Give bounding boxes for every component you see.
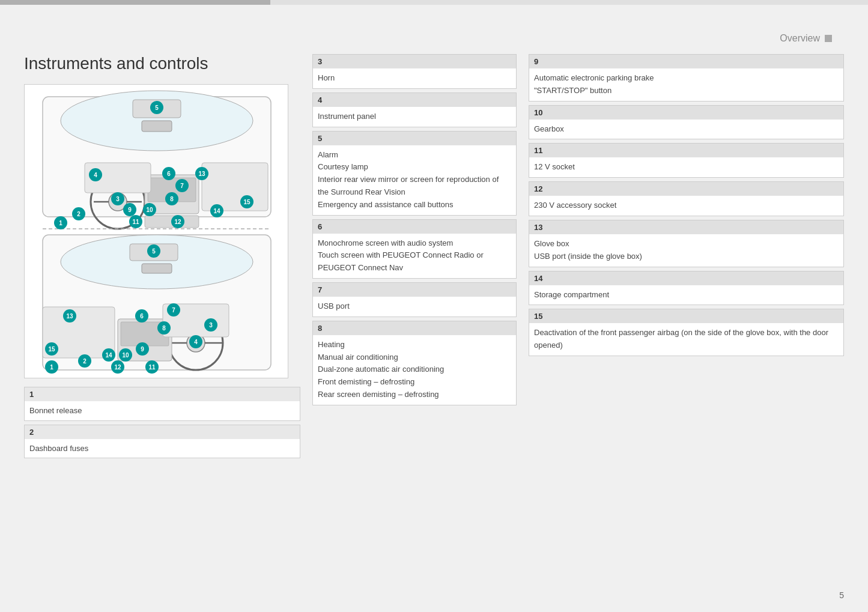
left-column: Instruments and controls [24, 54, 300, 588]
diagram-area: 5 4 6 7 8 3 [24, 84, 288, 378]
svg-text:13: 13 [198, 171, 205, 177]
svg-text:15: 15 [243, 199, 250, 205]
entry-7-desc: USB port [313, 297, 516, 317]
overview-square-icon [825, 35, 832, 42]
svg-text:10: 10 [122, 352, 129, 359]
svg-text:11: 11 [132, 219, 139, 225]
top-accent [0, 0, 270, 5]
entry-11: 11 12 V socket [529, 143, 844, 178]
item-row-1: 1 Bonnet release [24, 387, 300, 421]
main-content: Instruments and controls [24, 54, 844, 588]
entry-6: 6 Monochrome screen with audio system To… [312, 219, 517, 279]
svg-text:6: 6 [167, 171, 171, 177]
middle-column: 3 Horn 4 Instrument panel 5 Alarm Courte… [312, 54, 517, 588]
svg-rect-10 [202, 163, 268, 211]
entry-13-desc: Glove box USB port (inside the glove box… [529, 234, 843, 267]
svg-point-46 [61, 235, 253, 289]
entry-11-num: 11 [529, 144, 843, 157]
entry-14-desc: Storage compartment [529, 285, 843, 305]
svg-text:14: 14 [213, 208, 220, 214]
svg-text:7: 7 [172, 307, 175, 314]
svg-text:5: 5 [155, 105, 159, 111]
entry-15-num: 15 [529, 309, 843, 323]
entry-9-num: 9 [529, 55, 843, 68]
entry-8: 8 Heating Manual air conditioning Dual-z… [312, 321, 517, 405]
top-diagram-svg: 5 4 6 7 8 3 [25, 85, 289, 232]
svg-text:4: 4 [194, 339, 198, 345]
svg-text:5: 5 [152, 248, 156, 255]
svg-text:3: 3 [209, 322, 213, 329]
entry-15: 15 Deactivation of the front passenger a… [529, 309, 844, 356]
svg-text:2: 2 [77, 211, 80, 217]
entry-3-num: 3 [313, 55, 516, 68]
entry-8-desc: Heating Manual air conditioning Dual-zon… [313, 335, 516, 405]
svg-text:10: 10 [146, 207, 153, 213]
svg-text:4: 4 [94, 172, 97, 178]
svg-rect-12 [142, 121, 172, 132]
svg-text:9: 9 [141, 346, 144, 353]
entry-3: 3 Horn [312, 54, 517, 89]
svg-text:9: 9 [128, 207, 132, 213]
entry-7: 7 USB port [312, 282, 517, 317]
entry-14-num: 14 [529, 271, 843, 285]
entry-12-num: 12 [529, 182, 843, 196]
entry-7-num: 7 [313, 283, 516, 297]
entry-13: 13 Glove box USB port (inside the glove … [529, 220, 844, 267]
entry-6-desc: Monochrome screen with audio system Touc… [313, 234, 516, 278]
page-number: 5 [839, 590, 844, 600]
overview-header: Overview [780, 33, 832, 44]
entry-4-desc: Instrument panel [313, 107, 516, 127]
page-title: Instruments and controls [24, 54, 300, 73]
right-column: 9 Automatic electronic parking brake "ST… [529, 54, 844, 588]
svg-text:11: 11 [148, 364, 156, 371]
entry-13-num: 13 [529, 220, 843, 234]
bottom-diagram-svg: 5 6 7 8 4 3 [25, 232, 289, 379]
entry-9: 9 Automatic electronic parking brake "ST… [529, 54, 844, 101]
entry-10: 10 Gearbox [529, 105, 844, 140]
entry-5-desc: Alarm Courtesy lamp Interior rear view m… [313, 145, 516, 215]
svg-text:7: 7 [180, 183, 184, 189]
svg-text:3: 3 [116, 196, 120, 202]
overview-label: Overview [780, 33, 820, 44]
svg-text:12: 12 [114, 364, 121, 371]
item-2-header: 2 [25, 425, 300, 439]
svg-text:13: 13 [66, 313, 73, 320]
svg-text:2: 2 [83, 358, 86, 365]
item-1-body: Bonnet release [25, 401, 300, 420]
entry-10-desc: Gearbox [529, 120, 843, 139]
svg-text:1: 1 [50, 364, 53, 371]
entry-11-desc: 12 V socket [529, 157, 843, 177]
entry-3-desc: Horn [313, 68, 516, 88]
svg-text:15: 15 [48, 346, 55, 353]
items-below-diagram: 1 Bonnet release 2 Dashboard fuses [24, 387, 300, 462]
item-2-body: Dashboard fuses [25, 439, 300, 458]
entry-5-num: 5 [313, 132, 516, 145]
svg-text:8: 8 [170, 196, 174, 202]
entry-9-desc: Automatic electronic parking brake "STAR… [529, 68, 843, 101]
top-bar [0, 0, 868, 5]
svg-rect-57 [142, 264, 172, 273]
entry-12-desc: 230 V accessory socket [529, 196, 843, 216]
svg-text:8: 8 [162, 325, 166, 332]
entry-4: 4 Instrument panel [312, 92, 517, 127]
item-row-2: 2 Dashboard fuses [24, 425, 300, 459]
svg-text:12: 12 [174, 219, 181, 225]
entry-8-num: 8 [313, 321, 516, 335]
entry-5: 5 Alarm Courtesy lamp Interior rear view… [312, 131, 517, 216]
entry-10-num: 10 [529, 106, 843, 120]
svg-text:1: 1 [59, 220, 62, 226]
entry-15-desc: Deactivation of the front passenger airb… [529, 323, 843, 356]
entry-4-num: 4 [313, 93, 516, 107]
entry-14: 14 Storage compartment [529, 271, 844, 306]
item-1-header: 1 [25, 387, 300, 401]
page-container: Overview Instruments and controls [0, 0, 868, 612]
svg-text:6: 6 [140, 313, 144, 320]
entry-6-num: 6 [313, 220, 516, 234]
entry-12: 12 230 V accessory socket [529, 181, 844, 216]
svg-text:14: 14 [105, 352, 112, 359]
